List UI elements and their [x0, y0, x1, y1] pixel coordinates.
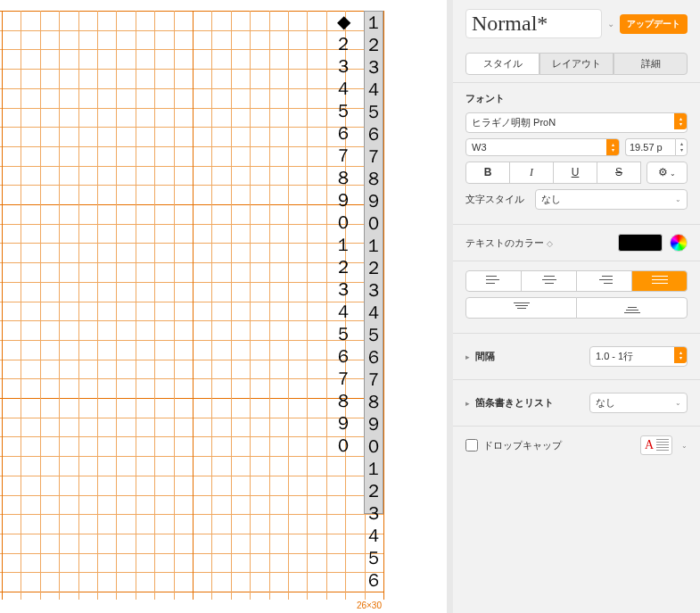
grid-char: ８	[334, 167, 352, 189]
text-column-2[interactable]: １２３４５６７８９０１２３４５６７８９０１２３４５６	[364, 11, 383, 514]
grid-char: ８	[365, 391, 383, 413]
grid-char: ６	[365, 569, 383, 592]
grid-char: ◆	[337, 11, 350, 33]
update-style-button[interactable]: アップデート	[620, 14, 688, 34]
chevron-down-icon: ⌄	[670, 170, 676, 178]
line-spacing-value: 1.0 - 1行	[596, 350, 633, 363]
stepper-arrows-icon	[674, 347, 687, 363]
color-picker-icon[interactable]	[670, 234, 688, 252]
tab-style[interactable]: スタイル	[465, 53, 539, 75]
align-bottom-button[interactable]	[576, 297, 688, 319]
align-right-button[interactable]	[576, 270, 632, 292]
character-style-label: 文字スタイル	[465, 193, 528, 206]
grid-char: ９	[365, 413, 383, 435]
dropcap-preview-letter: A	[645, 438, 654, 452]
stepper-arrows-icon	[606, 139, 619, 155]
chevron-down-icon: ⌄	[675, 399, 681, 407]
text-color-swatch[interactable]	[618, 234, 663, 252]
grid-char: ６	[334, 345, 352, 368]
chevron-down-icon[interactable]: ⌄	[607, 19, 614, 29]
stepper-arrows-icon	[674, 113, 687, 129]
align-justify-button[interactable]	[631, 270, 688, 292]
grid-char: ８	[365, 168, 383, 190]
italic-button[interactable]: I	[509, 162, 554, 184]
dropcap-style-button[interactable]: A	[640, 435, 672, 455]
vertical-text-container: ◆２３４５６７８９０１２３４５６７８９０ １２３４５６７８９０１２３４５６７８９…	[321, 11, 383, 600]
grid-char: ５	[365, 324, 383, 346]
grid-char: ４	[334, 78, 352, 100]
grid-char: ２	[365, 480, 383, 502]
grid-char: ２	[334, 33, 352, 55]
spacing-label: 間隔	[475, 350, 584, 363]
grid-char: ４	[334, 301, 352, 323]
grid-char: ６	[334, 122, 352, 145]
disclosure-triangle-icon[interactable]: ▸	[465, 399, 470, 408]
chevron-down-icon[interactable]: ⌄	[681, 442, 688, 450]
line-spacing-select[interactable]: 1.0 - 1行	[589, 346, 688, 367]
character-style-select[interactable]: なし ⌄	[535, 189, 688, 210]
grid-char: ６	[365, 346, 383, 369]
grid-char: ３	[365, 279, 383, 302]
paragraph-style-name[interactable]: Normal*	[465, 9, 602, 38]
text-options-gear-button[interactable]: ⚙︎⌄	[646, 162, 688, 184]
text-column-1[interactable]: ◆２３４５６７８９０１２３４５６７８９０	[334, 11, 353, 457]
grid-char: ０	[365, 435, 383, 458]
align-left-button[interactable]	[465, 270, 522, 292]
disclosure-triangle-icon[interactable]: ▸	[465, 352, 470, 361]
grid-char: ７	[365, 369, 383, 391]
grid-char: ５	[365, 547, 383, 569]
grid-char: ３	[365, 502, 383, 525]
font-family-value: ヒラギノ明朝 ProN	[472, 116, 556, 129]
dropcap-checkbox[interactable]	[465, 439, 478, 451]
font-weight-value: W3	[472, 142, 487, 153]
grid-char: １	[365, 458, 383, 480]
bold-button[interactable]: B	[465, 162, 510, 184]
bullets-select[interactable]: なし ⌄	[589, 393, 688, 413]
inspector-panel: Normal* ⌄ アップデート スタイル レイアウト 詳細 フォント ヒラギノ…	[452, 0, 700, 613]
grid-char: ２	[365, 34, 383, 56]
grid-char: １	[365, 235, 383, 257]
grid-char: ５	[365, 101, 383, 123]
horizontal-alignment-row	[465, 270, 688, 292]
grid-char: ８	[334, 390, 352, 412]
grid-char: ０	[365, 212, 383, 235]
grid-char: ０	[334, 435, 352, 457]
panel-resize-handle[interactable]	[447, 0, 453, 613]
strikethrough-button[interactable]: S	[597, 162, 641, 184]
inspector-tabs: スタイル レイアウト 詳細	[465, 53, 688, 75]
vertical-alignment-row	[465, 297, 688, 319]
align-center-button[interactable]	[521, 270, 577, 292]
dropcap-label: ドロップキャップ	[483, 439, 562, 452]
grid-char: ７	[365, 145, 383, 168]
align-top-button[interactable]	[465, 297, 577, 319]
grid-char: １	[334, 234, 352, 256]
grid-char: ９	[334, 412, 352, 435]
grid-char: ４	[365, 79, 383, 101]
manuscript-page: ◆２３４５６７８９０１２３４５６７８９０ １２３４５６７８９０１２３４５６７８９…	[0, 11, 383, 609]
tab-detail[interactable]: 詳細	[614, 53, 688, 75]
grid-char: ５	[334, 323, 352, 345]
font-section-label: フォント	[465, 92, 688, 105]
grid-char: ７	[334, 145, 352, 167]
grid-char: ４	[365, 302, 383, 324]
grid-char: ２	[365, 257, 383, 279]
grid-char: ２	[334, 256, 352, 278]
bullets-label: 箇条書きとリスト	[475, 396, 584, 410]
grid-char: ３	[365, 56, 383, 79]
grid-dimensions-label: 26×30	[357, 601, 382, 610]
grid-char: ６	[365, 123, 383, 145]
grid-char: ３	[334, 55, 352, 78]
chevron-down-icon: ⌄	[675, 195, 681, 203]
underline-button[interactable]: U	[553, 162, 597, 184]
font-size-stepper[interactable]: ▴▾	[675, 138, 688, 156]
grid-char: ９	[365, 190, 383, 212]
grid-char: ７	[334, 368, 352, 390]
grid-char: ５	[334, 100, 352, 122]
font-family-select[interactable]: ヒラギノ明朝 ProN	[465, 112, 688, 133]
tab-layout[interactable]: レイアウト	[539, 53, 614, 75]
font-size-input[interactable]: 19.57 p	[625, 138, 675, 156]
text-color-label: テキストのカラー ◇	[465, 236, 611, 250]
font-weight-select[interactable]: W3	[465, 138, 620, 156]
grid-char: １	[365, 12, 383, 34]
font-size-value: 19.57 p	[630, 142, 663, 153]
